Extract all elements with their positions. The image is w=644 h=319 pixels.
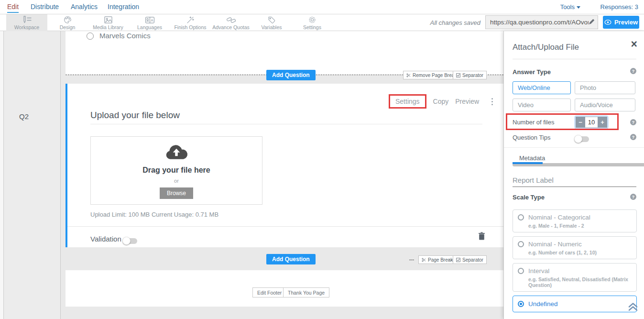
scale-type-nominal-numeric[interactable]: Nominal - Numeric e.g. Number of cars (1…	[513, 236, 637, 259]
question-title[interactable]: Upload your file below	[90, 110, 180, 121]
number-of-files-help-icon[interactable]: ?	[630, 119, 636, 125]
eye-icon	[604, 20, 611, 25]
validation-toggle[interactable]	[123, 238, 137, 244]
panel-divider	[513, 59, 636, 59]
cloud-upload-icon	[164, 143, 189, 163]
settings-icon	[308, 16, 317, 24]
nav-edit[interactable]: Edit	[7, 3, 19, 13]
checkbox-checked-icon	[456, 73, 460, 77]
question-index-panel: Q2	[4, 31, 61, 319]
remove-page-break-label: Remove Page Break	[413, 73, 457, 78]
scale-option-label: Interval	[528, 267, 549, 275]
nav-distribute[interactable]: Distribute	[31, 3, 59, 11]
languages-icon: A	[145, 16, 155, 24]
scale-type-nominal-categorical[interactable]: Nominal - Categorical e.g. Male - 1, Fem…	[513, 209, 637, 232]
toolbar-item-label: Languages	[137, 24, 162, 30]
survey-url-input[interactable]	[490, 19, 589, 26]
answer-type-video[interactable]: Video	[513, 99, 571, 111]
separator-toggle-top[interactable]: Separator	[453, 71, 487, 79]
separator-toggle-bottom[interactable]: Separator	[453, 255, 487, 264]
radio-selected-icon	[518, 301, 524, 307]
add-question-button-top[interactable]: Add Question	[266, 70, 316, 80]
file-drop-zone[interactable]: Drag your file here or Browse	[90, 136, 262, 205]
preview-button-label: Preview	[614, 19, 638, 26]
scale-type-options: Nominal - Categorical e.g. Male - 1, Fem…	[513, 209, 637, 316]
radio-icon	[518, 214, 524, 220]
separator-label: Separator	[462, 73, 483, 78]
active-tab-indicator	[513, 162, 543, 164]
scale-option-example: e.g. Satisfied, Neutral, Dissatisfied (M…	[528, 276, 632, 288]
editor-toolbar: Workspace Design Media Library A Languag…	[0, 14, 644, 31]
collapse-panel-chevrons-icon[interactable]	[628, 302, 638, 313]
edit-url-pencil-icon[interactable]	[589, 18, 595, 27]
finish-options-icon	[186, 16, 195, 24]
toolbar-item-label: Finish Options	[174, 24, 206, 30]
question-tips-help-icon[interactable]: ?	[630, 134, 636, 140]
number-of-files-input[interactable]	[585, 117, 598, 128]
toolbar-item-workspace[interactable]: Workspace	[6, 14, 47, 31]
responses-link[interactable]: Responses: 3	[600, 3, 639, 11]
scissors-icon	[422, 258, 426, 262]
toolbar-item-label: Advance Quotas	[212, 24, 250, 30]
toolbar-item-label: Workspace	[14, 24, 39, 30]
answer-radio[interactable]	[87, 33, 94, 40]
toolbar-item-label: Media Library	[93, 24, 123, 30]
media-library-icon	[104, 16, 113, 24]
svg-text:A: A	[151, 18, 153, 22]
report-label-field[interactable]: Report Label	[513, 176, 554, 184]
question-tips-toggle[interactable]	[575, 136, 589, 142]
scale-type-label: Scale Type	[513, 194, 545, 201]
chevron-down-icon	[577, 6, 580, 9]
answer-type-help-icon[interactable]: ?	[630, 68, 636, 74]
scale-option-label: Nominal - Numeric	[528, 241, 582, 248]
scale-type-interval[interactable]: Interval e.g. Satisfied, Neutral, Dissat…	[513, 263, 637, 292]
answer-type-web-online[interactable]: Web/Online	[513, 81, 571, 94]
toolbar-item-variables[interactable]: Variables	[251, 14, 292, 31]
answer-option-label: Marvels Comics	[99, 32, 151, 40]
question-footer-divider	[67, 226, 503, 227]
panel-title: Attach/Upload File	[513, 43, 579, 52]
scale-type-help-icon[interactable]: ?	[630, 194, 636, 200]
save-status: All changes saved	[430, 19, 480, 26]
tab-metadata[interactable]: Metadata	[519, 154, 545, 162]
or-text: or	[174, 178, 179, 184]
question-preview-button[interactable]: Preview	[455, 98, 479, 105]
scale-option-label: Nominal - Categorical	[528, 214, 590, 221]
remove-page-break-button[interactable]: Remove Page Break	[403, 71, 460, 79]
answer-type-photo[interactable]: Photo	[575, 81, 635, 94]
scale-type-undefined[interactable]: Undefined	[513, 296, 637, 312]
decrement-button[interactable]: −	[576, 117, 585, 128]
add-question-button-bottom[interactable]: Add Question	[266, 254, 316, 264]
toolbar-item-design[interactable]: Design	[47, 14, 88, 31]
edit-footer-button[interactable]: Edit Footer	[252, 287, 286, 297]
answer-type-audio-voice[interactable]: Audio/Voice	[575, 99, 635, 111]
browse-button[interactable]: Browse	[160, 187, 193, 199]
toolbar-item-media-library[interactable]: Media Library	[87, 14, 129, 31]
toolbar-item-label: Settings	[303, 24, 321, 30]
radio-icon	[518, 268, 524, 274]
thank-you-page-button[interactable]: Thank You Page	[283, 287, 329, 297]
question-settings-panel: Attach/Upload File × Answer Type ? Web/O…	[503, 31, 644, 319]
question-block-q2: Settings Copy Preview Upload your file b…	[65, 84, 503, 247]
scissors-icon	[406, 73, 411, 77]
nav-analytics[interactable]: Analytics	[71, 3, 98, 11]
question-settings-button[interactable]: Settings	[395, 98, 420, 105]
toolbar-item-finish-options[interactable]: Finish Options	[170, 14, 211, 31]
nav-integration[interactable]: Integration	[108, 3, 139, 11]
previous-question-block: Marvels Comics	[65, 31, 503, 75]
tools-menu[interactable]: Tools	[560, 3, 580, 11]
increment-button[interactable]: +	[598, 117, 607, 128]
delete-question-trash-icon[interactable]	[478, 232, 485, 242]
toolbar-item-label: Variables	[262, 24, 282, 30]
question-action-bar: Settings Copy Preview	[389, 94, 493, 109]
kebab-menu-icon[interactable]	[491, 98, 493, 105]
scale-option-example: e.g. Male - 1, Female - 2	[528, 223, 632, 229]
toolbar-item-advance-quotas[interactable]: Advance Quotas	[210, 14, 251, 31]
preview-button[interactable]: Preview	[603, 16, 639, 29]
toolbar-item-languages[interactable]: A Languages	[129, 14, 170, 31]
toolbar-item-settings[interactable]: Settings	[292, 14, 333, 31]
close-icon[interactable]: ×	[631, 39, 637, 50]
number-of-files-label: Number of files	[513, 119, 554, 126]
separator-label: Separator	[462, 257, 483, 263]
question-copy-button[interactable]: Copy	[433, 98, 449, 105]
